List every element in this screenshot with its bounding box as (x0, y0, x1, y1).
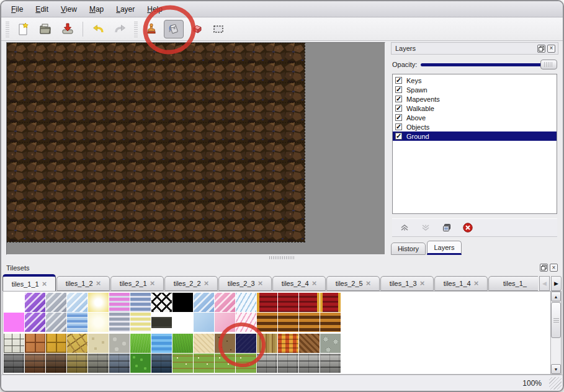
tileset-tab-tiles_2_2[interactable]: tiles_2_2× (164, 276, 218, 291)
dock-splitter[interactable] (1, 255, 563, 261)
tile-blue-flat[interactable] (194, 313, 214, 332)
delete-layer-button[interactable] (462, 221, 474, 234)
layer-visibility-checkbox[interactable]: ✓ (395, 123, 402, 130)
tile-carpet-red-r[interactable] (299, 293, 320, 312)
tab-close-icon[interactable]: × (312, 280, 317, 287)
tile-cobble[interactable] (88, 354, 109, 373)
tile-pebble-gray[interactable] (109, 334, 130, 353)
fill-tool-button[interactable] (164, 20, 184, 38)
tab-close-icon[interactable]: × (96, 280, 101, 287)
layer-visibility-checkbox[interactable]: ✓ (395, 86, 402, 93)
tile-glass-purple[interactable] (25, 313, 45, 332)
tile-tile-orange[interactable] (25, 334, 45, 353)
tile-carpet-red-lr[interactable] (320, 293, 341, 312)
tileset-vertical-scrollbar[interactable]: ▲ ▼ (550, 292, 561, 374)
layer-row-objects[interactable]: ✓Objects (393, 122, 557, 131)
tab-close-icon[interactable]: × (150, 280, 155, 287)
menu-item-layer[interactable]: Layer (110, 3, 141, 16)
tileset-tab-tiles_1_2[interactable]: tiles_1_2× (56, 276, 110, 291)
tile-empty[interactable] (4, 293, 24, 312)
float-panel-icon[interactable] (537, 45, 545, 53)
layer-row-walkable[interactable]: ✓Walkable (393, 104, 557, 113)
rect-select-tool-button[interactable] (208, 20, 228, 38)
tileset-tab-tiles_2_4[interactable]: tiles_2_4× (272, 276, 326, 291)
layer-row-keys[interactable]: ✓Keys (393, 76, 557, 85)
tab-close-icon[interactable]: × (204, 280, 209, 287)
tile-weave[interactable] (278, 334, 298, 353)
tileset-tab-tiles_1_4[interactable]: tiles_1_4× (434, 276, 488, 291)
tile-glass-blue-pale[interactable] (67, 293, 87, 312)
layer-row-mapevents[interactable]: ✓Mapevents (393, 94, 557, 104)
tile-dirt[interactable] (215, 334, 235, 353)
tileset-tab-tiles_1_3[interactable]: tiles_1_3× (380, 276, 434, 291)
tileset-tab-tiles_1_1[interactable]: tiles_1_1× (2, 274, 56, 291)
layer-visibility-checkbox[interactable]: ✓ (395, 77, 402, 84)
tile-glass-gray[interactable] (46, 313, 66, 332)
tile-brick-brown[interactable] (25, 354, 45, 373)
tile-stripes-yellow[interactable] (130, 313, 151, 332)
redo-button[interactable] (110, 20, 130, 38)
scroll-up-button[interactable]: ▲ (551, 292, 561, 301)
move-layer-down-button[interactable] (419, 221, 432, 234)
tileset-tab-tiles_2_1[interactable]: tiles_2_1× (110, 276, 164, 291)
dock-tab-layers[interactable]: Layers (427, 241, 462, 255)
tile-brick-olive[interactable] (67, 354, 87, 373)
tile-magenta[interactable] (4, 313, 24, 332)
tile-black[interactable] (172, 293, 193, 312)
tile-sand[interactable] (194, 334, 214, 353)
scroll-down-button[interactable]: ▼ (551, 364, 561, 374)
layer-row-ground[interactable]: ✓Ground (393, 131, 557, 141)
tile-stone-white[interactable] (4, 334, 24, 353)
layer-visibility-checkbox[interactable]: ✓ (395, 105, 402, 112)
eraser-tool-button[interactable] (186, 20, 206, 38)
tile-grass2[interactable] (172, 334, 193, 353)
tile-tile-gold[interactable] (46, 334, 66, 353)
undo-button[interactable] (88, 20, 108, 38)
open-file-button[interactable] (35, 20, 55, 38)
opacity-slider[interactable] (421, 63, 557, 66)
close-panel-icon[interactable]: × (547, 45, 555, 53)
new-file-button[interactable] (13, 20, 33, 38)
save-file-button[interactable] (58, 20, 78, 38)
tab-close-icon[interactable]: × (366, 280, 371, 287)
layer-visibility-checkbox[interactable]: ✓ (395, 133, 402, 140)
tile-water-anim[interactable] (67, 313, 87, 332)
tile-planks[interactable] (257, 334, 277, 353)
tileset-tab-tiles_1_[interactable]: tiles_1_ (488, 276, 538, 291)
scrollbar-thumb[interactable] (551, 302, 561, 338)
toolbar-drag-handle[interactable] (6, 21, 9, 37)
tile-carpet-red-l[interactable] (257, 293, 277, 312)
tile-stripes-gray[interactable] (109, 313, 130, 332)
menu-item-edit[interactable]: Edit (29, 3, 55, 16)
menu-item-map[interactable]: Map (83, 3, 110, 16)
map-canvas-area[interactable] (6, 42, 385, 255)
tile-brick-lgray[interactable] (299, 354, 320, 373)
dock-tab-history[interactable]: History (391, 243, 426, 255)
tile-glass-pink[interactable] (215, 293, 235, 312)
tab-scroll-right-button[interactable]: ▶ (551, 276, 562, 291)
toolbar-drag-handle[interactable] (134, 21, 138, 37)
layer-visibility-checkbox[interactable]: ✓ (395, 114, 402, 121)
layer-row-spawn[interactable]: ✓Spawn (393, 85, 557, 94)
tile-brick-navy[interactable] (151, 354, 172, 373)
close-panel-icon[interactable]: × (550, 264, 558, 272)
tile-carpet-orange[interactable] (299, 313, 320, 332)
tile-grass-flowers[interactable] (172, 354, 193, 373)
move-layer-up-button[interactable] (398, 221, 411, 234)
tile-grass[interactable] (130, 334, 151, 353)
tile-grass-flowers[interactable] (236, 354, 256, 373)
tileset-tab-tiles_2_5[interactable]: tiles_2_5× (326, 276, 380, 291)
menu-item-view[interactable]: View (55, 3, 83, 16)
tile-stone-yellow[interactable] (67, 334, 87, 353)
duplicate-layer-button[interactable] (441, 221, 453, 234)
tile-navy[interactable] (236, 334, 256, 353)
tile-glass-purple[interactable] (25, 293, 45, 312)
tile-stones-gray[interactable] (320, 334, 341, 353)
tile-carpet-red[interactable] (278, 293, 298, 312)
tile-brick-dbrown[interactable] (46, 354, 66, 373)
tile-curtain-pink[interactable] (236, 313, 256, 332)
tile-brick-blue[interactable] (109, 354, 130, 373)
tileset-tab-tiles_2_3[interactable]: tiles_2_3× (218, 276, 272, 291)
tile-carpet-orange[interactable] (257, 313, 277, 332)
tile-glow-pale[interactable] (88, 313, 109, 332)
